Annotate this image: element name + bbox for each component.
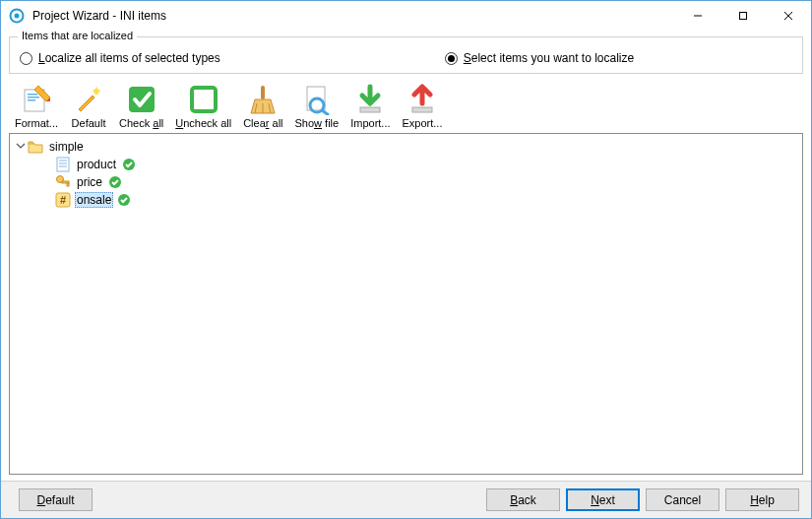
text-item-icon bbox=[55, 157, 71, 172]
help-button[interactable]: Help bbox=[725, 488, 799, 511]
toolbar-check-all[interactable]: Check all bbox=[113, 82, 169, 131]
wand-icon bbox=[73, 84, 104, 115]
tree-item-label: onsale bbox=[75, 192, 113, 208]
svg-point-1 bbox=[15, 14, 20, 19]
default-button[interactable]: Default bbox=[19, 488, 93, 511]
minimize-button[interactable] bbox=[675, 1, 720, 31]
format-icon bbox=[21, 84, 52, 115]
tree-item-onsale[interactable]: # onsale bbox=[37, 191, 798, 209]
toolbar-format[interactable]: Format... bbox=[9, 82, 64, 131]
tree-item-label: product bbox=[75, 158, 118, 171]
folder-icon bbox=[28, 139, 43, 155]
toolbar-label: Export... bbox=[403, 117, 443, 129]
svg-rect-29 bbox=[67, 183, 69, 186]
toolbar-uncheck-all[interactable]: Uncheck all bbox=[169, 82, 237, 131]
radio-label: ocalize all items of selected types bbox=[45, 51, 220, 65]
radio-indicator bbox=[20, 52, 32, 65]
radio-select-items[interactable]: Select items you want to localize bbox=[445, 51, 792, 65]
window-controls bbox=[675, 1, 811, 31]
tree-root-row[interactable]: simple bbox=[14, 138, 798, 156]
tree-item-label: price bbox=[75, 175, 104, 189]
radio-indicator bbox=[445, 52, 458, 65]
content-area: Items that are localized Localize all it… bbox=[1, 31, 811, 481]
radio-label: elect items you want to localize bbox=[471, 51, 634, 65]
back-button[interactable]: Back bbox=[486, 488, 560, 511]
localization-groupbox: Items that are localized Localize all it… bbox=[9, 36, 803, 74]
toolbar-show-file[interactable]: Show file bbox=[289, 82, 345, 131]
maximize-button[interactable] bbox=[720, 1, 766, 31]
window-title: Project Wizard - INI items bbox=[32, 9, 675, 23]
tree-view[interactable]: simple product bbox=[9, 133, 803, 475]
radio-mnemonic: L bbox=[38, 51, 45, 65]
check-icon bbox=[126, 84, 157, 115]
svg-text:#: # bbox=[60, 194, 66, 206]
toolbar-clear-all[interactable]: Clear all bbox=[237, 82, 288, 131]
titlebar: Project Wizard - INI items bbox=[1, 1, 811, 31]
broom-icon bbox=[247, 84, 279, 115]
svg-rect-11 bbox=[129, 87, 155, 112]
close-button[interactable] bbox=[766, 1, 811, 31]
cancel-button[interactable]: Cancel bbox=[646, 488, 719, 511]
tree-item-price[interactable]: price bbox=[37, 173, 798, 191]
radio-mnemonic: S bbox=[464, 51, 471, 65]
svg-line-19 bbox=[322, 110, 329, 115]
toolbar-default[interactable]: Default bbox=[64, 82, 113, 131]
tree-children: product price bbox=[37, 156, 798, 209]
svg-rect-3 bbox=[740, 13, 747, 20]
import-arrow-icon bbox=[354, 84, 386, 115]
toolbar-import[interactable]: Import... bbox=[344, 82, 396, 131]
toolbar-label: Uncheck all bbox=[175, 117, 231, 129]
checked-badge-icon bbox=[122, 158, 136, 171]
svg-rect-8 bbox=[28, 97, 39, 98]
hash-item-icon: # bbox=[55, 192, 71, 208]
toolbar-label: Import... bbox=[350, 117, 390, 129]
toolbar-label: Clear all bbox=[243, 117, 282, 129]
toolbar: Format... Default Check all Uncheck all … bbox=[9, 78, 803, 133]
svg-rect-12 bbox=[192, 88, 216, 111]
svg-rect-21 bbox=[412, 107, 432, 112]
groupbox-legend: Items that are localized bbox=[18, 30, 137, 41]
svg-rect-20 bbox=[360, 107, 380, 112]
key-item-icon bbox=[55, 174, 71, 190]
toolbar-label: Format... bbox=[15, 117, 58, 129]
checked-badge-icon bbox=[108, 175, 122, 189]
svg-rect-22 bbox=[57, 158, 69, 171]
button-bar: Default Back Next Cancel Help bbox=[1, 481, 811, 518]
tree-expander-icon[interactable] bbox=[14, 141, 28, 153]
show-file-icon bbox=[301, 84, 333, 115]
export-arrow-icon bbox=[406, 84, 438, 115]
checked-badge-icon bbox=[117, 193, 131, 207]
tree-root-label: simple bbox=[47, 140, 86, 154]
toolbar-label: Check all bbox=[119, 117, 163, 129]
app-icon bbox=[9, 8, 25, 24]
svg-rect-9 bbox=[28, 99, 35, 101]
radio-localize-all[interactable]: Localize all items of selected types bbox=[20, 51, 445, 65]
toolbar-label: Show file bbox=[295, 117, 340, 129]
toolbar-export[interactable]: Export... bbox=[397, 82, 449, 131]
uncheck-icon bbox=[188, 84, 219, 115]
svg-rect-7 bbox=[28, 94, 37, 96]
tree-item-product[interactable]: product bbox=[37, 156, 798, 173]
toolbar-label: Default bbox=[72, 117, 106, 129]
next-button[interactable]: Next bbox=[566, 488, 640, 511]
svg-rect-13 bbox=[261, 86, 265, 99]
